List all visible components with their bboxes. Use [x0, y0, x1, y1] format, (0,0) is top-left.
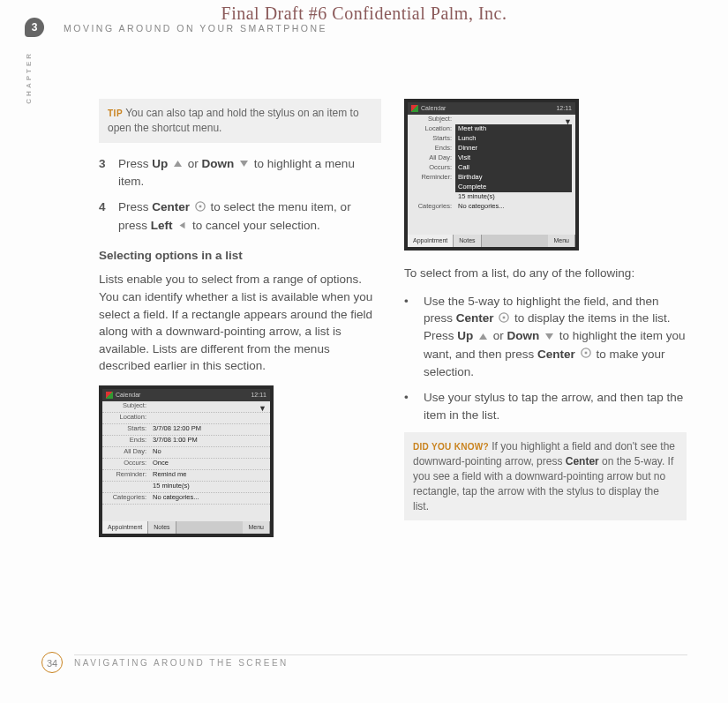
tab-notes: Notes — [148, 521, 176, 534]
screenshot-value: Dinner — [455, 144, 572, 153]
screenshot-1: Calendar 12:11 ▼ Subject:Location:Starts… — [99, 385, 274, 537]
start-flag-icon — [411, 105, 418, 112]
screenshot-value: Call — [455, 163, 572, 173]
screenshot-label: Location: — [408, 124, 455, 134]
footer-title: NAVIGATING AROUND THE SCREEN — [74, 658, 289, 668]
screenshot-value: 15 minute(s) — [455, 192, 572, 202]
screenshot-value: 15 minute(s) — [150, 482, 270, 491]
tab-appointment: Appointment — [102, 521, 148, 534]
page-number-badge: 34 — [41, 652, 63, 673]
screenshot-row: 15 minute(s) — [408, 192, 575, 202]
screenshot-value: Lunch — [455, 134, 572, 144]
dyk-label: DID YOU KNOW? — [413, 442, 489, 452]
screenshot-label: Ends: — [408, 144, 455, 153]
bullet-marker: • — [404, 293, 424, 381]
step-text: Press Up or Down to highlight a menu ite… — [118, 155, 381, 191]
screenshot-tabs: Appointment Notes Menu — [408, 235, 575, 247]
screenshot-row: All Day:Visit — [408, 153, 575, 163]
down-arrow-icon — [544, 328, 554, 346]
down-arrow-icon — [239, 155, 249, 173]
tab-notes: Notes — [454, 235, 481, 247]
screenshot-row: Reminder:Remind me — [102, 470, 270, 482]
tip-label: TIP — [108, 108, 123, 118]
step-text: Press Center to select the menu item, or… — [118, 198, 381, 234]
svg-rect-1 — [199, 206, 202, 208]
screenshot-row: Location: — [102, 413, 270, 424]
footer-rule — [74, 654, 687, 655]
bullet-item: •Use the 5-way to highlight the field, a… — [404, 293, 687, 381]
center-button-icon — [195, 199, 206, 217]
bullet-marker: • — [404, 389, 424, 423]
screenshot-titlebar: Calendar 12:11 — [408, 102, 575, 115]
left-column: TIP You can also tap and hold the stylus… — [99, 99, 381, 537]
bullets-list: •Use the 5-way to highlight the field, a… — [404, 293, 687, 424]
screenshot-value: Birthday — [455, 173, 572, 183]
screenshot-time: 12:11 — [556, 104, 572, 113]
did-you-know-box: DID YOU KNOW? If you highlight a field a… — [404, 432, 687, 520]
dropdown-arrow-icon: ▼ — [259, 403, 266, 415]
screenshot-row: Ends:Dinner — [408, 144, 575, 153]
svg-rect-5 — [584, 352, 587, 355]
screenshot-2: Calendar 12:11 ▼ Subject:Location:Meet w… — [404, 99, 579, 251]
tip-box: TIP You can also tap and hold the stylus… — [99, 99, 381, 143]
screenshot-label: Reminder: — [408, 173, 455, 183]
content-columns: TIP You can also tap and hold the stylus… — [99, 99, 687, 537]
screenshot-label: Categories: — [408, 202, 455, 212]
lists-paragraph: Lists enable you to select from a range … — [99, 271, 381, 374]
up-arrow-icon — [173, 155, 183, 173]
screenshot-label: All Day: — [102, 447, 150, 457]
screenshot-label: Categories: — [102, 493, 150, 503]
screenshot-row: Reminder:Birthday — [408, 173, 575, 183]
screenshot-row: Occurs:Once — [102, 459, 270, 470]
bullet-text: Use your stylus to tap the arrow, and th… — [424, 389, 687, 423]
screenshot-time: 12:11 — [251, 391, 266, 400]
screenshot-title: Calendar — [421, 104, 446, 113]
screenshot-row: Categories:No categories... — [408, 202, 575, 212]
screenshot-label: Occurs: — [408, 163, 455, 173]
screenshot-label: Reminder: — [102, 470, 150, 480]
screenshot-titlebar: Calendar 12:11 — [102, 389, 270, 401]
screenshot-row: All Day:No — [102, 447, 270, 459]
bullet-item: •Use your stylus to tap the arrow, and t… — [404, 389, 687, 423]
screenshot-row: Categories:No categories... — [102, 493, 270, 505]
col2-intro: To select from a list, do any of the fol… — [404, 265, 687, 282]
screenshot-value: Complete — [455, 183, 572, 192]
up-arrow-icon — [478, 328, 488, 346]
screenshot-label: Subject: — [102, 401, 150, 411]
screenshot-row: Location:Meet with — [408, 124, 575, 134]
screenshot-row: Starts:Lunch — [408, 134, 575, 144]
screenshot-row: 15 minute(s) — [102, 482, 270, 493]
chapter-side-label: CHAPTER — [25, 51, 33, 104]
bullet-text: Use the 5-way to highlight the field, an… — [424, 293, 687, 381]
dropdown-arrow-icon: ▼ — [564, 116, 572, 128]
screenshot-row: Subject: — [102, 401, 270, 413]
svg-rect-3 — [503, 316, 506, 318]
screenshot-value: Meet with — [455, 124, 572, 134]
steps-list: 3Press Up or Down to highlight a menu it… — [99, 155, 381, 235]
tip-text: You can also tap and hold the stylus on … — [108, 107, 359, 134]
screenshot-value: Remind me — [150, 470, 270, 480]
screenshot-row: Starts:3/7/08 12:00 PM — [102, 424, 270, 436]
screenshot-value: No — [150, 447, 270, 457]
subheading: Selecting options in a list — [99, 247, 381, 265]
step-number: 4 — [99, 198, 118, 234]
screenshot-label: Starts: — [408, 134, 455, 144]
center-button-icon — [581, 346, 591, 363]
screenshot-value: 3/7/08 1:00 PM — [150, 436, 270, 445]
screenshot-row: Occurs:Call — [408, 163, 575, 173]
screenshot-row: Complete — [408, 183, 575, 192]
screenshot-label: All Day: — [408, 153, 455, 163]
screenshot-value: Visit — [455, 153, 572, 163]
screenshot-label: Starts: — [102, 424, 150, 434]
step-number: 3 — [99, 155, 118, 191]
screenshot-value: 3/7/08 12:00 PM — [150, 424, 270, 434]
screenshot-label: Ends: — [102, 436, 150, 445]
screenshot-title: Calendar — [116, 391, 140, 400]
screenshot-label: Location: — [102, 413, 150, 423]
step: 3Press Up or Down to highlight a menu it… — [99, 155, 381, 191]
chapter-title: MOVING AROUND ON YOUR SMARTPHONE — [64, 23, 327, 34]
screenshot-label: Occurs: — [102, 459, 150, 468]
tab-menu: Menu — [548, 235, 575, 247]
screenshot-row: Subject: — [408, 115, 575, 124]
tab-appointment: Appointment — [408, 235, 454, 247]
